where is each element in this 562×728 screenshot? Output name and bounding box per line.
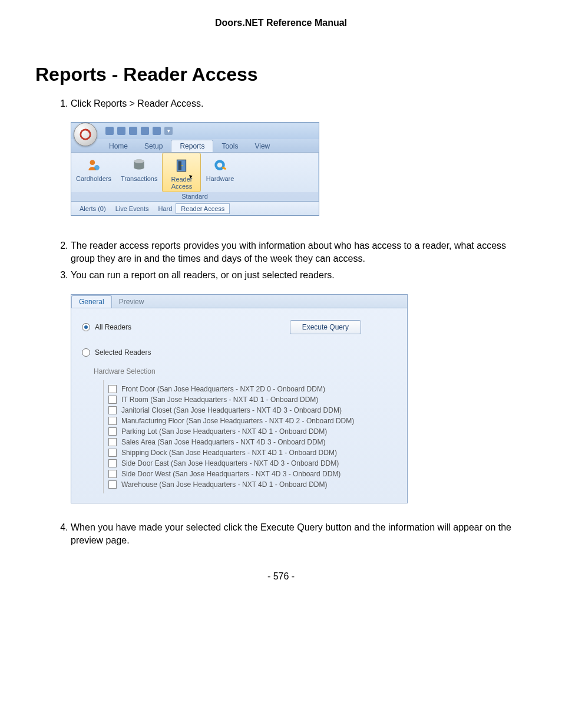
svg-point-1 [90,160,95,166]
tab-general[interactable]: General [71,295,112,308]
step-list: When you have made your selected click t… [35,521,527,548]
window-titlebar: ▾ [71,123,319,139]
ribbon-label: Transactions [121,175,158,182]
tab-alerts[interactable]: Alerts (0) [75,203,111,214]
ribbon-group-caption: Standard [71,192,318,201]
step-list: Click Reports > Reader Access. [35,97,527,110]
tab-preview[interactable]: Preview [112,296,151,308]
checkbox[interactable] [108,438,117,446]
quick-access-toolbar: ▾ [105,127,173,135]
screenshot-ribbon: ▾ Home Setup Reports Tools View Cardhold… [71,122,319,215]
tab-setup[interactable]: Setup [136,140,171,152]
list-item[interactable]: Warehouse (San Jose Headquarters - NXT 4… [104,479,396,490]
svg-point-2 [94,165,100,170]
radio-label: Selected Readers [95,348,151,357]
ribbon-body: Cardholders Transactions ReaderAccess [71,153,319,201]
step-3: You can run a report on all readers, or … [71,269,527,282]
item-label: IT Room (San Jose Headquarters - NXT 4D … [121,396,318,404]
tab-home[interactable]: Home [101,140,136,152]
hardware-list: Front Door (San Jose Headquarters - NXT … [103,380,396,493]
list-item[interactable]: Shipping Dock (San Jose Headquarters - N… [104,447,396,458]
ribbon-group-standard: Cardholders Transactions ReaderAccess [71,153,319,200]
panel-tabs: General Preview [71,295,407,308]
database-icon [130,156,148,174]
list-item[interactable]: Parking Lot (San Jose Headquarters - NXT… [104,426,396,437]
item-label: Warehouse (San Jose Headquarters - NXT 4… [121,480,327,489]
item-label: Sales Area (San Jose Headquarters - NXT … [121,438,326,446]
checkbox[interactable] [108,417,117,425]
checkbox[interactable] [108,396,117,404]
list-item[interactable]: Sales Area (San Jose Headquarters - NXT … [104,437,396,447]
tab-tools[interactable]: Tools [213,140,246,152]
svg-point-9 [217,163,223,168]
tab-hard[interactable]: Hard [154,203,177,214]
list-item[interactable]: Janitorial Closet (San Jose Headquarters… [104,405,396,416]
tab-live-events[interactable]: Live Events [111,203,154,214]
checkbox[interactable] [108,470,117,478]
ribbon-transactions-button[interactable]: Transactions [116,153,163,192]
step-2: The reader access reports provides you w… [71,239,527,266]
ribbon-tabs: Home Setup Reports Tools View [71,139,319,153]
item-label: Side Door West (San Jose Headquarters - … [121,470,340,478]
screenshot-general-panel: General Preview All Readers Execute Quer… [71,294,408,503]
ribbon-label: Cardholders [76,175,111,182]
qat-icon[interactable] [129,127,137,135]
page-title: Reports - Reader Access [35,64,527,85]
checkbox[interactable] [108,427,117,436]
qat-icon[interactable] [117,127,125,135]
person-icon [85,156,103,174]
radio-label: All Readers [95,323,131,331]
radio-selected-readers[interactable] [82,348,90,357]
doc-header: Doors.NET Reference Manual [35,18,527,28]
hardware-icon [211,156,229,174]
qat-icon[interactable] [153,127,161,135]
radio-all-readers[interactable] [82,323,90,331]
item-label: Shipping Dock (San Jose Headquarters - N… [121,449,337,457]
page-number: - 576 - [35,571,527,582]
list-item[interactable]: Side Door West (San Jose Headquarters - … [104,469,396,479]
item-label: Parking Lot (San Jose Headquarters - NXT… [121,427,327,436]
item-label: Manufacturing Floor (San Jose Headquarte… [121,417,354,425]
qat-icon[interactable] [105,127,114,135]
ribbon-label: ReaderAccess [167,176,196,190]
list-item[interactable]: Manufacturing Floor (San Jose Headquarte… [104,416,396,426]
item-label: Janitorial Closet (San Jose Headquarters… [121,406,342,414]
tab-reader-access[interactable]: Reader Access [176,203,230,214]
step-1: Click Reports > Reader Access. [71,97,527,110]
checkbox[interactable] [108,406,117,414]
ribbon-cardholders-button[interactable]: Cardholders [71,153,116,192]
step-list: The reader access reports provides you w… [35,239,527,282]
execute-query-button[interactable]: Execute Query [290,320,361,334]
bottom-tab-bar: Alerts (0) Live Events Hard Reader Acces… [71,202,319,215]
svg-point-4 [134,160,144,164]
list-item[interactable]: Side Door East (San Jose Headquarters - … [104,458,396,469]
tab-reports[interactable]: Reports [171,140,213,152]
svg-rect-6 [178,162,181,170]
list-item[interactable]: IT Room (San Jose Headquarters - NXT 4D … [104,394,396,405]
ribbon-hardware-button[interactable]: Hardware [201,153,239,192]
checkbox[interactable] [108,449,117,457]
ribbon-label: Hardware [206,175,234,182]
tab-view[interactable]: View [246,140,278,152]
checkbox[interactable] [108,459,117,467]
qat-icon[interactable] [141,127,149,135]
door-icon [173,157,190,174]
checkbox[interactable] [108,385,117,393]
item-label: Front Door (San Jose Headquarters - NXT … [121,385,325,393]
step-4: When you have made your selected click t… [71,521,527,548]
ribbon-reader-access-button[interactable]: ReaderAccess [162,153,201,192]
checkbox[interactable] [108,480,117,489]
qat-dropdown-icon[interactable]: ▾ [164,127,173,135]
item-label: Side Door East (San Jose Headquarters - … [121,459,339,467]
svg-point-7 [181,165,183,166]
hardware-selection-label: Hardware Selection [94,367,396,375]
list-item[interactable]: Front Door (San Jose Headquarters - NXT … [104,384,396,394]
